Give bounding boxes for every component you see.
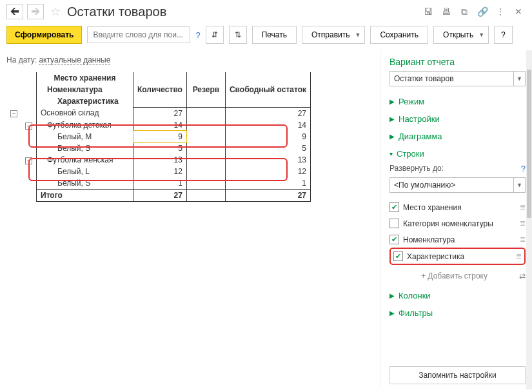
section-chart[interactable]: ▶Диаграмма: [389, 128, 526, 145]
row-name[interactable]: Белый, M: [37, 131, 133, 142]
print-button[interactable]: Печать: [252, 26, 297, 44]
cell[interactable]: 27: [133, 107, 187, 119]
checkbox[interactable]: [389, 219, 399, 228]
chevron-down-icon: ▾: [389, 150, 393, 157]
expand-all-icon[interactable]: ⇵: [206, 26, 224, 44]
chevron-right-icon: ▶: [389, 309, 395, 317]
save-disk-icon[interactable]: 🖫: [421, 5, 435, 19]
chevron-down-icon[interactable]: ▼: [513, 178, 525, 192]
chevron-down-icon: ▼: [355, 32, 360, 38]
col-characteristic: Характеристика: [37, 95, 133, 107]
tree-collapse-icon[interactable]: −: [25, 122, 32, 130]
toolbar-help-button[interactable]: ?: [494, 26, 513, 44]
cell[interactable]: 13: [133, 154, 187, 166]
open-button[interactable]: Открыть▼: [433, 26, 489, 44]
section-columns[interactable]: ▶Колонки: [389, 287, 526, 304]
expand-combo[interactable]: <По умолчанию> ▼: [389, 177, 526, 193]
remember-settings-button[interactable]: Запомнить настройки: [389, 366, 526, 384]
cell[interactable]: 1: [133, 177, 187, 190]
col-free: Свободный остаток: [225, 72, 310, 107]
grouping-row[interactable]: ✔Место хранения≣: [389, 199, 526, 215]
drag-icon[interactable]: ≣: [520, 219, 526, 228]
section-mode[interactable]: ▶Режим: [389, 93, 526, 110]
cell[interactable]: 14: [133, 119, 187, 131]
row-name[interactable]: Белый, L: [37, 166, 133, 177]
row-name[interactable]: Белый, S: [37, 177, 133, 190]
settings-panel: Вариант отчета Остатки товаров ▼ ▶Режим …: [380, 50, 532, 389]
total-cell: [21, 189, 37, 201]
checkbox[interactable]: ✔: [393, 251, 403, 261]
variant-combo[interactable]: Остатки товаров ▼: [389, 71, 526, 86]
row-name[interactable]: Белый, S: [37, 142, 133, 154]
section-rows[interactable]: ▾Строки: [389, 145, 526, 162]
add-row-link[interactable]: + Добавить строку⇄: [389, 265, 526, 287]
star-icon[interactable]: ☆: [48, 5, 63, 19]
grouping-row[interactable]: ✔Характеристика≣: [389, 248, 526, 265]
cell[interactable]: 14: [225, 119, 310, 131]
cell[interactable]: [186, 131, 225, 142]
cell[interactable]: [186, 166, 225, 177]
grouping-label: Место хранения: [403, 203, 462, 212]
cell[interactable]: 12: [225, 166, 310, 177]
collapse-all-icon[interactable]: ⇅: [229, 26, 247, 44]
total-cell: 27: [225, 189, 310, 201]
expand-label: Развернуть до:: [389, 164, 444, 173]
cell[interactable]: 27: [225, 107, 310, 119]
cell[interactable]: 9: [133, 131, 187, 142]
checkbox[interactable]: ✔: [389, 235, 399, 244]
help-icon[interactable]: ?: [521, 164, 526, 173]
shuffle-icon[interactable]: ⇄: [519, 271, 526, 280]
panel-title: Вариант отчета: [389, 57, 526, 67]
drag-icon[interactable]: ≣: [520, 203, 526, 211]
date-value-link[interactable]: актуальные данные: [39, 55, 110, 65]
grouping-row[interactable]: Категория номенклатуры≣: [389, 215, 526, 231]
drag-icon[interactable]: ≣: [520, 235, 526, 244]
cell[interactable]: [186, 119, 225, 131]
chevron-right-icon: ▶: [389, 98, 395, 105]
nav-back-button[interactable]: 🡰: [6, 4, 23, 19]
generate-button[interactable]: Сформировать: [6, 26, 82, 44]
save-button[interactable]: Сохранить: [370, 26, 428, 44]
tree-collapse-icon[interactable]: −: [25, 157, 32, 164]
cell[interactable]: 5: [225, 142, 310, 154]
section-filters[interactable]: ▶Фильтры: [389, 304, 526, 322]
print-icon[interactable]: 🖶: [439, 5, 453, 19]
chevron-down-icon[interactable]: ▼: [513, 72, 525, 86]
help-icon[interactable]: ?: [195, 30, 200, 40]
link-icon[interactable]: 🔗: [475, 5, 489, 19]
grouping-row[interactable]: ✔Номенклатура≣: [389, 231, 526, 248]
row-name[interactable]: Основной склад: [37, 107, 133, 119]
scrollbar[interactable]: [526, 50, 532, 389]
cell[interactable]: 12: [133, 166, 187, 177]
cell[interactable]: 5: [133, 142, 187, 154]
total-cell: [6, 189, 21, 201]
cell[interactable]: 1: [225, 177, 310, 190]
preview-icon[interactable]: ⧉: [457, 5, 471, 19]
total-cell: 27: [133, 189, 187, 201]
row-name[interactable]: Футболка женская: [37, 154, 133, 166]
chevron-down-icon: ▼: [478, 32, 484, 38]
grouping-label: Категория номенклатуры: [403, 219, 493, 228]
section-settings[interactable]: ▶Настройки: [389, 110, 526, 128]
chevron-right-icon: ▶: [389, 115, 395, 122]
cell[interactable]: [186, 154, 225, 166]
col-nomenclature: Номенклатура: [37, 84, 133, 95]
col-reserve: Резерв: [186, 72, 225, 107]
col-storage: Место хранения: [37, 72, 133, 84]
report-table: Место хранения Количество Резерв Свободн…: [6, 72, 311, 202]
cell[interactable]: 13: [225, 154, 310, 166]
send-button[interactable]: Отправить▼: [302, 26, 365, 44]
search-input[interactable]: [87, 26, 190, 43]
kebab-icon[interactable]: ⋮: [493, 5, 507, 19]
scrollbar-thumb[interactable]: [527, 70, 531, 218]
cell[interactable]: [186, 107, 225, 119]
nav-forward-button[interactable]: 🡲: [27, 4, 44, 19]
drag-icon[interactable]: ≣: [516, 252, 522, 260]
checkbox[interactable]: ✔: [389, 202, 399, 212]
row-name[interactable]: Футболка детская: [37, 119, 133, 131]
close-icon[interactable]: ✕: [511, 5, 526, 19]
cell[interactable]: [186, 142, 225, 154]
cell[interactable]: 9: [225, 131, 310, 142]
tree-collapse-icon[interactable]: −: [10, 110, 17, 117]
cell[interactable]: [186, 177, 225, 190]
